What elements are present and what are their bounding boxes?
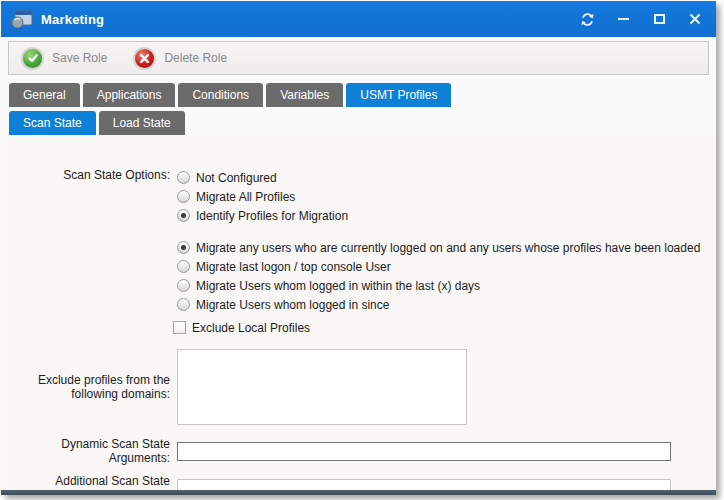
- tab-scan-state[interactable]: Scan State: [9, 111, 96, 135]
- radio-not-configured[interactable]: Not Configured: [177, 168, 700, 187]
- close-button[interactable]: [684, 8, 706, 30]
- radio-migrate-last-logon[interactable]: Migrate last logon / top console User: [177, 257, 700, 276]
- delete-x-icon: [133, 47, 156, 70]
- checkbox-exclude-local-profiles[interactable]: Exclude Local Profiles: [173, 318, 700, 337]
- refresh-button[interactable]: [576, 8, 598, 30]
- titlebar: Marketing: [1, 1, 716, 37]
- radio-icon: [177, 279, 190, 292]
- save-role-button[interactable]: Save Role: [21, 47, 107, 70]
- tab-usmt-profiles[interactable]: USMT Profiles: [346, 83, 451, 107]
- exclude-domains-textarea[interactable]: [177, 349, 467, 425]
- scan-state-options-label: Scan State Options:: [1, 168, 177, 337]
- scan-state-options-group: Not Configured Migrate All Profiles Iden…: [177, 168, 700, 337]
- scan-state-panel: Scan State Options: Not Configured Migra…: [1, 135, 716, 490]
- window-bottom-edge[interactable]: [1, 490, 716, 495]
- radio-label: Migrate last logon / top console User: [196, 260, 391, 274]
- minimize-icon: [618, 18, 629, 20]
- maximize-button[interactable]: [648, 8, 670, 30]
- radio-migrate-last-x-days[interactable]: Migrate Users whom logged in within the …: [177, 276, 700, 295]
- radio-label: Not Configured: [196, 171, 277, 185]
- toolbar: Save Role Delete Role: [8, 41, 709, 75]
- additional-args-label: Additional Scan State Arguments:: [1, 474, 177, 490]
- main-tabs: General Applications Conditions Variable…: [1, 75, 716, 107]
- marketing-window: Marketing: [1, 1, 716, 495]
- radio-icon: [177, 190, 190, 203]
- delete-role-button[interactable]: Delete Role: [133, 47, 227, 70]
- radio-migrate-all-profiles[interactable]: Migrate All Profiles: [177, 187, 700, 206]
- tab-load-state[interactable]: Load State: [99, 111, 185, 135]
- tab-applications[interactable]: Applications: [83, 83, 176, 107]
- window-title: Marketing: [41, 12, 104, 27]
- radio-label: Migrate any users who are currently logg…: [196, 241, 700, 255]
- tab-general[interactable]: General: [9, 83, 80, 107]
- radio-icon: [177, 260, 190, 273]
- tab-variables[interactable]: Variables: [266, 83, 343, 107]
- radio-icon: [177, 298, 190, 311]
- tab-conditions[interactable]: Conditions: [178, 83, 263, 107]
- sub-tabs: Scan State Load State: [1, 107, 716, 135]
- radio-label: Migrate Users whom logged in within the …: [196, 279, 480, 293]
- radio-icon: [177, 241, 190, 254]
- toolbar-wrap: Save Role Delete Role: [1, 37, 716, 75]
- checkbox-label: Exclude Local Profiles: [192, 321, 310, 335]
- radio-icon: [177, 209, 190, 222]
- window-controls: [576, 8, 706, 30]
- exclude-domains-label: Exclude profiles from the following doma…: [1, 373, 177, 401]
- app-icon: [11, 9, 33, 29]
- radio-identify-profiles[interactable]: Identify Profiles for Migration: [177, 206, 700, 225]
- radio-label: Identify Profiles for Migration: [196, 209, 348, 223]
- save-role-label: Save Role: [52, 51, 107, 65]
- radio-icon: [177, 171, 190, 184]
- radio-migrate-logged-on-users[interactable]: Migrate any users who are currently logg…: [177, 238, 700, 257]
- minimize-button[interactable]: [612, 8, 634, 30]
- additional-args-input[interactable]: [177, 479, 671, 491]
- save-check-icon: [21, 47, 44, 70]
- delete-role-label: Delete Role: [164, 51, 227, 65]
- close-icon: [689, 13, 701, 25]
- checkbox-icon: [173, 321, 186, 334]
- refresh-icon: [580, 12, 595, 27]
- dynamic-args-input[interactable]: [177, 442, 671, 461]
- radio-migrate-since[interactable]: Migrate Users whom logged in since: [177, 295, 700, 314]
- maximize-icon: [654, 14, 665, 24]
- dynamic-args-label: Dynamic Scan State Arguments:: [1, 437, 177, 465]
- radio-label: Migrate All Profiles: [196, 190, 295, 204]
- radio-label: Migrate Users whom logged in since: [196, 298, 389, 312]
